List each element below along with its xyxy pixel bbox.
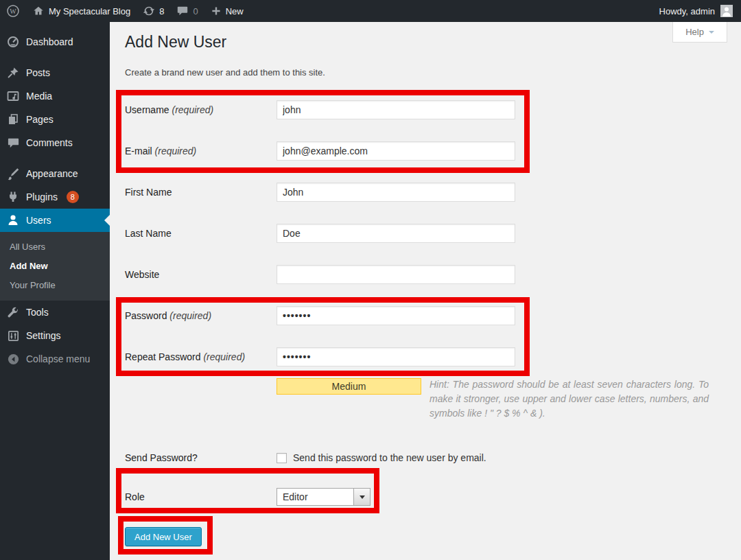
repeat-password-field[interactable] <box>277 347 515 366</box>
sidebar-item-plugins[interactable]: Plugins 8 <box>0 185 110 209</box>
sidebar-item-label: Comments <box>26 137 73 148</box>
role-select-value: Editor <box>277 489 353 505</box>
email-label: E-mail (required) <box>125 145 277 156</box>
first-name-row: First Name <box>125 172 726 213</box>
first-name-label: First Name <box>125 187 277 198</box>
username-field[interactable] <box>277 100 515 119</box>
updates-menu[interactable]: 8 <box>137 0 170 22</box>
comments-menu[interactable]: 0 <box>170 0 204 22</box>
website-row: Website <box>125 254 726 295</box>
home-icon <box>32 5 45 17</box>
sidebar-item-label: Dashboard <box>26 36 73 47</box>
send-password-row: Send Password? Send this password to the… <box>125 439 726 476</box>
comments-icon <box>6 136 20 150</box>
plug-icon <box>6 190 20 204</box>
plugins-update-badge: 8 <box>67 191 79 203</box>
main-content: Help Add New User Create a brand new use… <box>110 22 741 560</box>
wordpress-logo-icon: W <box>6 4 20 18</box>
repeat-password-row: Repeat Password (required) <box>125 336 726 377</box>
wrench-icon <box>6 305 20 319</box>
sidebar-item-label: Users <box>26 215 51 226</box>
submenu-item-your-profile[interactable]: Your Profile <box>0 276 110 295</box>
last-name-field[interactable] <box>277 224 515 243</box>
dashboard-icon <box>6 35 20 49</box>
my-account-menu[interactable]: Howdy, admin <box>651 0 741 22</box>
email-row: E-mail (required) <box>125 130 726 172</box>
send-password-label: Send Password? <box>125 452 277 463</box>
sidebar-item-label: Media <box>26 91 52 102</box>
role-row: Role Editor <box>125 476 726 517</box>
submenu-item-add-new[interactable]: Add New <box>0 257 110 276</box>
send-password-checkbox[interactable] <box>277 453 287 463</box>
comment-count: 0 <box>193 6 198 16</box>
comment-bubble-icon <box>176 5 189 17</box>
sidebar-item-appearance[interactable]: Appearance <box>0 162 110 185</box>
chevron-down-icon <box>709 31 714 36</box>
admin-bar: W My Spectacular Blog 8 0 New Howdy, adm… <box>0 0 741 22</box>
admin-menu: Dashboard Posts Media Pages Comments App… <box>0 22 110 560</box>
settings-icon <box>6 329 20 342</box>
sidebar-item-label: Plugins <box>26 191 58 202</box>
wordpress-logo-menu[interactable]: W <box>0 0 26 22</box>
password-field[interactable] <box>277 306 515 325</box>
website-label: Website <box>125 269 277 280</box>
submit-row: Add New User <box>125 527 726 546</box>
password-label: Password (required) <box>125 310 277 321</box>
role-select[interactable]: Editor <box>277 488 370 506</box>
sidebar-item-label: Settings <box>26 330 61 341</box>
brush-icon <box>6 167 20 180</box>
media-icon <box>6 89 20 103</box>
site-name: My Spectacular Blog <box>49 6 130 16</box>
sidebar-item-label: Collapse menu <box>26 353 90 364</box>
users-submenu: All Users Add New Your Profile <box>0 232 110 301</box>
strength-row: Medium Hint: The password should be at l… <box>125 377 726 439</box>
last-name-label: Last Name <box>125 228 277 239</box>
send-password-checkbox-label[interactable]: Send this password to the new user by em… <box>293 452 486 463</box>
sidebar-item-label: Posts <box>26 67 50 78</box>
sidebar-item-settings[interactable]: Settings <box>0 324 110 347</box>
submenu-item-all-users[interactable]: All Users <box>0 237 110 257</box>
update-icon <box>143 5 155 17</box>
menu-separator <box>0 154 110 162</box>
username-row: Username (required) <box>125 89 726 130</box>
sidebar-item-label: Pages <box>26 114 54 125</box>
pages-icon <box>6 113 20 126</box>
plus-icon <box>211 5 222 16</box>
sidebar-item-pages[interactable]: Pages <box>0 108 110 131</box>
page-subtitle: Create a brand new user and add them to … <box>125 67 325 78</box>
username-label: Username (required) <box>125 104 277 115</box>
sidebar-item-label: Tools <box>26 307 49 318</box>
sidebar-item-tools[interactable]: Tools <box>0 301 110 324</box>
update-count: 8 <box>159 6 164 16</box>
password-strength-meter: Medium <box>277 378 421 395</box>
sidebar-item-comments[interactable]: Comments <box>0 131 110 154</box>
role-select-arrow[interactable] <box>353 489 370 505</box>
collapse-icon <box>6 352 20 366</box>
first-name-field[interactable] <box>277 183 515 202</box>
active-item-arrow <box>99 215 110 226</box>
sidebar-item-posts[interactable]: Posts <box>0 61 110 84</box>
add-new-user-button[interactable]: Add New User <box>125 527 202 546</box>
chevron-down-icon <box>360 495 365 502</box>
email-field[interactable] <box>277 141 515 161</box>
avatar <box>720 5 733 17</box>
admin-bar-spacer <box>250 0 651 22</box>
website-field[interactable] <box>277 265 515 284</box>
sidebar-item-dashboard[interactable]: Dashboard <box>0 30 110 54</box>
new-content-menu[interactable]: New <box>204 0 250 22</box>
sidebar-item-users[interactable]: Users <box>0 209 110 232</box>
howdy-text: Howdy, admin <box>659 6 715 16</box>
site-name-menu[interactable]: My Spectacular Blog <box>26 0 137 22</box>
strength-hint-wrap: Medium Hint: The password should be at l… <box>277 377 709 421</box>
page-title: Add New User <box>125 33 226 51</box>
password-row: Password (required) <box>125 295 726 336</box>
repeat-password-label: Repeat Password (required) <box>125 351 277 362</box>
sidebar-item-collapse-menu[interactable]: Collapse menu <box>0 347 110 371</box>
help-button[interactable]: Help <box>672 22 727 43</box>
help-label: Help <box>685 27 704 37</box>
pushpin-icon <box>6 66 20 80</box>
sidebar-item-media[interactable]: Media <box>0 84 110 108</box>
sidebar-item-label: Appearance <box>26 168 78 179</box>
role-label: Role <box>125 491 277 502</box>
last-name-row: Last Name <box>125 213 726 254</box>
